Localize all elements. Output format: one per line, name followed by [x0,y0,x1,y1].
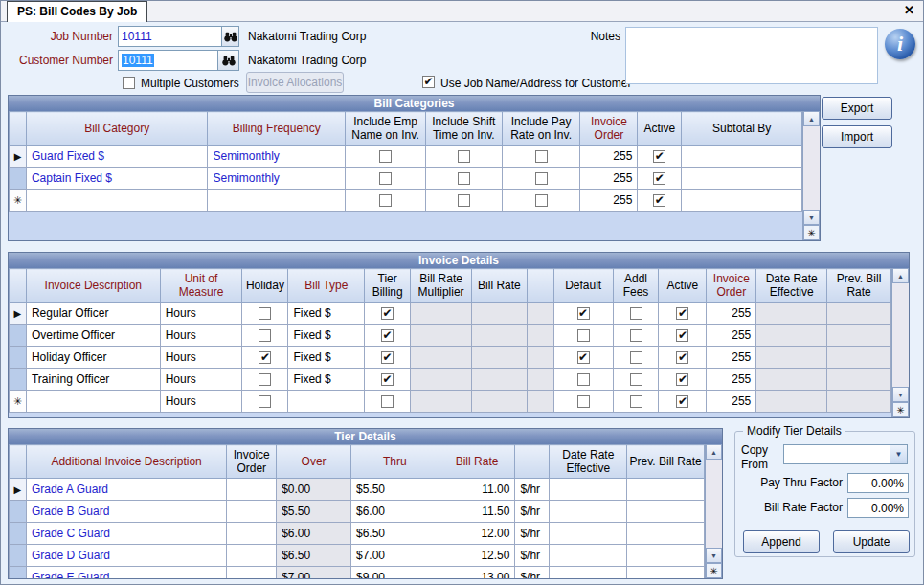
tier-details-cell-description[interactable]: Grade A Guard [26,479,226,501]
row-selector[interactable] [10,567,27,579]
bill-categories-cell-invoice_order[interactable]: 255 [580,146,638,168]
bill-categories-cell-inc_pay[interactable] [502,146,580,168]
invoice-details-cell-description[interactable] [26,391,160,413]
tier-details-cell-thru[interactable]: $9.00 [350,567,439,579]
tier-details-cell-description[interactable]: Grade C Guard [26,523,226,545]
scroll-up-icon[interactable]: ▲ [706,444,722,460]
active-checkbox[interactable]: ✔ [653,194,665,207]
tier-details-cell-bill_rate[interactable]: 11.50 [439,501,515,523]
invoice-details-cell-default[interactable]: ✔ [553,347,613,369]
invoice-details-cell-bill_rate[interactable] [472,303,528,325]
tier-details-cell-date_rate_effective[interactable] [550,545,627,567]
default-checkbox[interactable] [577,373,590,386]
col-header-active[interactable]: Active [659,269,707,303]
invoice-details-cell-bill_rate_multiplier[interactable] [411,347,472,369]
col-header-default[interactable]: Default [553,269,613,303]
active-checkbox[interactable]: ✔ [676,307,688,320]
row-selector[interactable] [10,501,27,523]
holiday-checkbox[interactable]: ✔ [259,351,271,364]
invoice-details-scrollbar[interactable]: ▲ ▼ ✳ [891,268,909,417]
close-icon[interactable]: ✕ [904,3,914,17]
addl_fees-checkbox[interactable] [630,307,642,320]
invoice-details-cell-active[interactable]: ✔ [659,325,707,347]
col-header-invoice_order[interactable]: Invoice Order [227,445,277,479]
new-row-icon[interactable]: ✳ [892,402,909,417]
tier_billing-checkbox[interactable] [381,395,394,408]
inc_pay-checkbox[interactable] [535,172,548,185]
bill-categories-cell-active[interactable]: ✔ [638,168,682,190]
invoice-details-cell-bill_type[interactable]: Fixed $ [288,347,365,369]
invoice-details-cell-uom[interactable]: Hours [160,391,242,413]
tier-details-cell-bill_rate[interactable]: 12.50 [439,545,515,567]
bill-categories-cell-inc_emp[interactable] [346,190,426,212]
invoice-details-cell-bill_rate_multiplier[interactable] [411,325,472,347]
invoice-details-cell-description[interactable]: Holiday Officer [26,347,160,369]
invoice-details-cell-active[interactable]: ✔ [659,347,707,369]
import-button[interactable]: Import [822,125,892,148]
row-selector[interactable] [10,523,27,545]
bill-categories-cell-inc_pay[interactable] [502,190,580,212]
inc_shift-checkbox[interactable] [458,150,470,163]
invoice-details-cell-uom[interactable]: Hours [160,369,242,391]
tier-details-cell-over[interactable]: $0.00 [277,479,351,501]
bill-categories-cell-inc_shift[interactable] [425,168,502,190]
export-button[interactable]: Export [822,97,892,120]
tier-details-cell-invoice_order[interactable] [227,567,277,579]
bill-categories-cell-active[interactable]: ✔ [638,190,682,212]
tier-details-scrollbar[interactable]: ▲ ▼ ✳ [705,444,722,578]
inc_pay-checkbox[interactable] [535,194,548,207]
pay-thru-factor-input[interactable] [847,473,909,493]
invoice-details-cell-invoice_order[interactable]: 255 [707,325,756,347]
col-header-category[interactable]: Bill Category [26,112,208,146]
invoice-details-cell-bill_rate[interactable] [472,391,528,413]
invoice-details-cell-default[interactable] [553,325,613,347]
bill-categories-cell-subtotal_by[interactable] [682,190,802,212]
tier-details-cell-date_rate_effective[interactable] [550,523,627,545]
col-header-inc_emp[interactable]: Include Emp Name on Inv. [346,112,426,146]
job-lookup-button[interactable] [221,27,238,46]
invoice-details-cell-active[interactable]: ✔ [659,391,707,413]
bill-categories-cell-category[interactable] [26,190,208,212]
inc_shift-checkbox[interactable] [458,172,470,185]
row-selector[interactable] [10,545,27,567]
customer-lookup-button[interactable] [217,51,238,70]
col-header-tier_billing[interactable]: Tier Billing [365,269,411,303]
invoice-details-cell-date_rate_effective[interactable] [756,391,827,413]
append-button[interactable]: Append [743,530,820,553]
invoice-details-cell-date_rate_effective[interactable] [756,325,827,347]
bill-categories-cell-subtotal_by[interactable] [682,168,802,190]
tier-details-cell-rate_unit[interactable]: $/hr [515,501,550,523]
current-row-selector[interactable]: ▶ [10,146,27,168]
invoice-details-cell-bill_type[interactable]: Fixed $ [288,325,365,347]
invoice-details-cell-prev_bill_rate[interactable] [827,347,891,369]
scroll-track[interactable] [803,126,820,210]
invoice-details-cell-holiday[interactable] [242,303,288,325]
invoice-details-cell-holiday[interactable] [242,325,288,347]
col-header-description[interactable]: Invoice Description [26,269,160,303]
tier-details-cell-over[interactable]: $5.50 [277,501,351,523]
invoice-details-cell-rate_unit[interactable] [527,369,553,391]
invoice-details-cell-default[interactable] [553,391,613,413]
invoice-details-cell-rate_unit[interactable] [527,303,553,325]
new-row-icon[interactable]: ✳ [706,563,722,578]
active-checkbox[interactable]: ✔ [653,150,665,163]
invoice-details-cell-active[interactable]: ✔ [659,303,707,325]
col-header-prev_bill_rate[interactable]: Prev. Bill Rate [627,445,705,479]
addl_fees-checkbox[interactable] [630,373,642,386]
col-header-invoice_order[interactable]: Invoice Order [580,112,638,146]
tier-details-cell-rate_unit[interactable]: $/hr [515,545,550,567]
holiday-checkbox[interactable] [259,329,271,342]
bill-rate-factor-input[interactable] [847,498,909,518]
bill-categories-cell-frequency[interactable]: Semimonthly [208,168,346,190]
invoice-details-cell-bill_rate_multiplier[interactable] [411,369,472,391]
invoice-details-cell-tier_billing[interactable] [365,391,411,413]
invoice-details-cell-invoice_order[interactable]: 255 [707,391,756,413]
bill-categories-cell-invoice_order[interactable]: 255 [580,190,638,212]
current-row-selector[interactable]: ▶ [10,303,27,325]
current-row-selector[interactable]: ▶ [10,479,27,501]
col-header-bill_type[interactable]: Bill Type [288,269,365,303]
tab-bill-codes-by-job[interactable]: PS: Bill Codes By Job [7,1,147,22]
holiday-checkbox[interactable] [259,395,271,408]
col-header-bill_rate_multiplier[interactable]: Bill Rate Multiplier [411,269,472,303]
bill-categories-cell-inc_emp[interactable] [346,168,426,190]
